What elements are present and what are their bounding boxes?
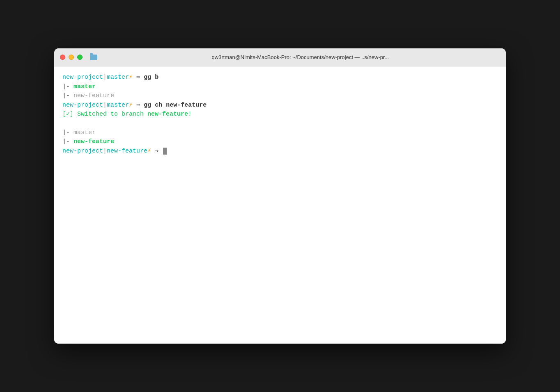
prompt-branch-1: master — [107, 74, 129, 81]
success-check: [✓] — [62, 111, 73, 118]
branch-inactive-new-feature: new-feature — [73, 92, 114, 99]
branch-inactive-master: master — [73, 129, 96, 136]
prompt-project-1: new-project — [62, 74, 103, 81]
window-title: qw3rtman@Nimits-MacBook-Pro: ~/Documents… — [101, 54, 500, 60]
prompt-sep-1: | — [103, 74, 107, 81]
folder-icon — [90, 55, 97, 60]
branch-active-master: master — [73, 83, 96, 90]
prompt-branch-4: master — [107, 102, 129, 109]
prompt-bolt-1: ⚡ — [129, 74, 133, 81]
prompt-arrow-9: ⇒ — [151, 148, 162, 155]
branch-active-new-feature: new-feature — [73, 138, 114, 145]
prompt-project-4: new-project — [62, 102, 103, 109]
branch-prefix-8: |- — [62, 138, 73, 145]
prompt-bolt-9: ⚡ — [147, 148, 151, 155]
empty-line — [62, 119, 498, 128]
terminal-line-4: new-project|master⚡ ⇒ gg ch new-feature — [62, 101, 498, 110]
success-text: Switched to branch — [73, 111, 147, 118]
prompt-arrow-1: ⇒ — [133, 74, 144, 81]
branch-prefix-7: |- — [62, 129, 73, 136]
success-exclaim: ! — [188, 111, 192, 118]
terminal-cursor — [163, 148, 167, 155]
terminal-body[interactable]: new-project|master⚡ ⇒ gg b |- master |- … — [54, 66, 506, 344]
terminal-line-9: new-project|new-feature⚡ ⇒ — [62, 147, 498, 156]
prompt-bolt-4: ⚡ — [129, 102, 133, 109]
success-branch: new-feature — [147, 111, 188, 118]
close-button[interactable] — [60, 55, 65, 60]
terminal-line-7: |- master — [62, 128, 498, 138]
prompt-branch-9: new-feature — [107, 148, 147, 155]
minimize-button[interactable] — [69, 55, 74, 60]
maximize-button[interactable] — [77, 55, 83, 60]
terminal-line-2: |- master — [62, 82, 498, 92]
prompt-cmd-1: gg b — [144, 74, 158, 81]
titlebar: qw3rtman@Nimits-MacBook-Pro: ~/Documents… — [54, 48, 506, 66]
terminal-line-3: |- new-feature — [62, 91, 498, 101]
branch-prefix-3: |- — [62, 92, 73, 99]
terminal-line-8: |- new-feature — [62, 137, 498, 147]
terminal-line-1: new-project|master⚡ ⇒ gg b — [62, 73, 498, 82]
prompt-sep-4: | — [103, 102, 107, 109]
prompt-cmd-4: gg ch new-feature — [144, 102, 207, 109]
prompt-sep-9: | — [103, 148, 107, 155]
prompt-arrow-4: ⇒ — [133, 102, 144, 109]
branch-prefix-2: |- — [62, 83, 73, 90]
terminal-window: qw3rtman@Nimits-MacBook-Pro: ~/Documents… — [54, 48, 506, 344]
prompt-project-9: new-project — [62, 148, 103, 155]
terminal-line-5: [✓] Switched to branch new-feature! — [62, 110, 498, 119]
